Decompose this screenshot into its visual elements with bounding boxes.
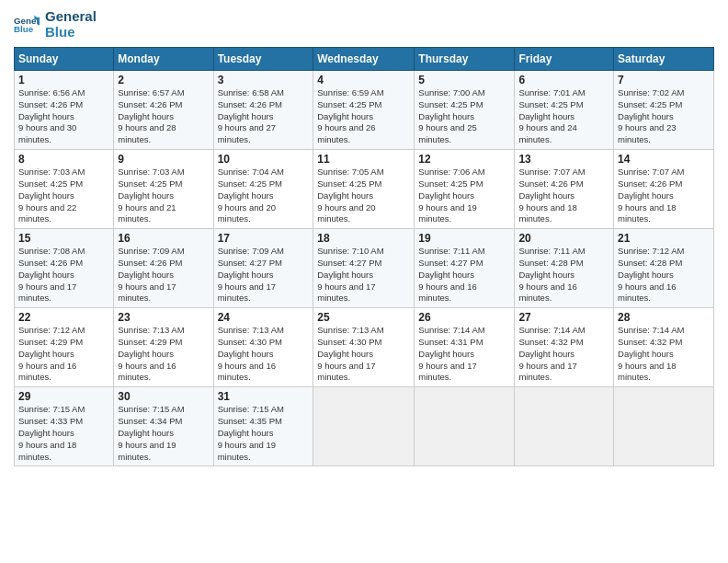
day-info: Sunrise: 7:08 AM Sunset: 4:26 PM Dayligh… <box>18 246 109 304</box>
calendar-cell: 15 Sunrise: 7:08 AM Sunset: 4:26 PM Dayl… <box>15 229 114 308</box>
calendar-cell: 3 Sunrise: 6:58 AM Sunset: 4:26 PM Dayli… <box>213 71 313 150</box>
page-container: General Blue General Blue SundayMondayTu… <box>0 0 728 563</box>
day-number: 23 <box>118 311 209 324</box>
day-number: 22 <box>18 311 109 324</box>
day-number: 17 <box>218 232 310 245</box>
day-number: 18 <box>317 232 410 245</box>
day-number: 31 <box>218 390 310 403</box>
calendar-cell: 8 Sunrise: 7:03 AM Sunset: 4:25 PM Dayli… <box>15 150 114 229</box>
col-header-thursday: Thursday <box>415 48 515 71</box>
calendar-cell: 16 Sunrise: 7:09 AM Sunset: 4:26 PM Dayl… <box>114 229 213 308</box>
day-number: 25 <box>317 311 410 324</box>
day-number: 30 <box>118 390 209 403</box>
day-info: Sunrise: 7:12 AM Sunset: 4:29 PM Dayligh… <box>18 325 109 384</box>
logo: General Blue General Blue <box>14 9 97 40</box>
col-header-saturday: Saturday <box>614 48 714 71</box>
calendar-cell: 19 Sunrise: 7:11 AM Sunset: 4:27 PM Dayl… <box>415 229 515 308</box>
day-info: Sunrise: 7:06 AM Sunset: 4:25 PM Dayligh… <box>418 167 510 225</box>
week-row-2: 8 Sunrise: 7:03 AM Sunset: 4:25 PM Dayli… <box>15 150 714 229</box>
day-number: 2 <box>118 74 209 86</box>
day-info: Sunrise: 7:01 AM Sunset: 4:25 PM Dayligh… <box>518 87 609 146</box>
day-info: Sunrise: 7:12 AM Sunset: 4:28 PM Dayligh… <box>618 246 710 304</box>
day-number: 27 <box>518 311 609 324</box>
calendar-cell: 14 Sunrise: 7:07 AM Sunset: 4:26 PM Dayl… <box>614 150 714 229</box>
day-info: Sunrise: 6:57 AM Sunset: 4:26 PM Dayligh… <box>118 87 209 146</box>
calendar-cell: 20 Sunrise: 7:11 AM Sunset: 4:28 PM Dayl… <box>515 229 614 308</box>
day-info: Sunrise: 7:10 AM Sunset: 4:27 PM Dayligh… <box>317 246 410 304</box>
day-info: Sunrise: 7:14 AM Sunset: 4:32 PM Dayligh… <box>518 325 609 384</box>
day-number: 12 <box>418 153 510 166</box>
day-info: Sunrise: 7:14 AM Sunset: 4:32 PM Dayligh… <box>618 325 710 384</box>
day-number: 5 <box>418 74 510 86</box>
day-number: 15 <box>18 232 109 245</box>
day-number: 9 <box>118 153 209 166</box>
day-info: Sunrise: 7:14 AM Sunset: 4:31 PM Dayligh… <box>418 325 510 384</box>
calendar-cell: 7 Sunrise: 7:02 AM Sunset: 4:25 PM Dayli… <box>614 71 714 150</box>
day-number: 11 <box>317 153 410 166</box>
calendar-cell <box>313 387 415 466</box>
day-number: 1 <box>18 74 109 86</box>
calendar-cell: 26 Sunrise: 7:14 AM Sunset: 4:31 PM Dayl… <box>415 308 515 387</box>
calendar-cell: 18 Sunrise: 7:10 AM Sunset: 4:27 PM Dayl… <box>313 229 415 308</box>
day-info: Sunrise: 6:59 AM Sunset: 4:25 PM Dayligh… <box>317 87 410 146</box>
day-info: Sunrise: 7:04 AM Sunset: 4:25 PM Dayligh… <box>218 167 310 225</box>
col-header-tuesday: Tuesday <box>213 48 313 71</box>
calendar-cell: 24 Sunrise: 7:13 AM Sunset: 4:30 PM Dayl… <box>213 308 313 387</box>
day-info: Sunrise: 7:02 AM Sunset: 4:25 PM Dayligh… <box>618 87 710 146</box>
day-number: 8 <box>18 153 109 166</box>
day-info: Sunrise: 7:13 AM Sunset: 4:30 PM Dayligh… <box>317 325 410 384</box>
calendar-cell: 13 Sunrise: 7:07 AM Sunset: 4:26 PM Dayl… <box>515 150 614 229</box>
calendar-cell: 2 Sunrise: 6:57 AM Sunset: 4:26 PM Dayli… <box>114 71 213 150</box>
week-row-1: 1 Sunrise: 6:56 AM Sunset: 4:26 PM Dayli… <box>15 71 714 150</box>
col-header-friday: Friday <box>515 48 614 71</box>
calendar-cell <box>614 387 714 466</box>
day-info: Sunrise: 7:07 AM Sunset: 4:26 PM Dayligh… <box>518 167 609 225</box>
day-info: Sunrise: 7:15 AM Sunset: 4:34 PM Dayligh… <box>118 404 209 463</box>
day-info: Sunrise: 7:11 AM Sunset: 4:28 PM Dayligh… <box>518 246 609 304</box>
calendar-cell: 12 Sunrise: 7:06 AM Sunset: 4:25 PM Dayl… <box>415 150 515 229</box>
day-number: 6 <box>518 74 609 86</box>
day-info: Sunrise: 7:13 AM Sunset: 4:29 PM Dayligh… <box>118 325 209 384</box>
day-info: Sunrise: 6:56 AM Sunset: 4:26 PM Dayligh… <box>18 87 109 146</box>
day-number: 14 <box>618 153 710 166</box>
logo-text: General Blue <box>45 9 97 40</box>
col-header-sunday: Sunday <box>15 48 114 71</box>
day-number: 10 <box>218 153 310 166</box>
day-info: Sunrise: 7:03 AM Sunset: 4:25 PM Dayligh… <box>118 167 209 225</box>
week-row-5: 29 Sunrise: 7:15 AM Sunset: 4:33 PM Dayl… <box>15 387 714 466</box>
day-number: 4 <box>317 74 410 86</box>
day-info: Sunrise: 7:15 AM Sunset: 4:33 PM Dayligh… <box>18 404 109 463</box>
calendar-cell: 11 Sunrise: 7:05 AM Sunset: 4:25 PM Dayl… <box>313 150 415 229</box>
day-number: 28 <box>618 311 710 324</box>
calendar-cell: 6 Sunrise: 7:01 AM Sunset: 4:25 PM Dayli… <box>515 71 614 150</box>
calendar-cell: 28 Sunrise: 7:14 AM Sunset: 4:32 PM Dayl… <box>614 308 714 387</box>
day-info: Sunrise: 7:00 AM Sunset: 4:25 PM Dayligh… <box>418 87 510 146</box>
calendar-cell: 27 Sunrise: 7:14 AM Sunset: 4:32 PM Dayl… <box>515 308 614 387</box>
calendar-cell: 25 Sunrise: 7:13 AM Sunset: 4:30 PM Dayl… <box>313 308 415 387</box>
day-number: 26 <box>418 311 510 324</box>
day-number: 3 <box>218 74 310 86</box>
day-number: 21 <box>618 232 710 245</box>
calendar-cell: 1 Sunrise: 6:56 AM Sunset: 4:26 PM Dayli… <box>15 71 114 150</box>
logo-icon: General Blue <box>14 12 40 38</box>
day-number: 16 <box>118 232 209 245</box>
day-info: Sunrise: 7:15 AM Sunset: 4:35 PM Dayligh… <box>218 404 310 463</box>
week-row-3: 15 Sunrise: 7:08 AM Sunset: 4:26 PM Dayl… <box>15 229 714 308</box>
day-info: Sunrise: 6:58 AM Sunset: 4:26 PM Dayligh… <box>218 87 310 146</box>
calendar-cell: 17 Sunrise: 7:09 AM Sunset: 4:27 PM Dayl… <box>213 229 313 308</box>
calendar-table: SundayMondayTuesdayWednesdayThursdayFrid… <box>14 47 714 466</box>
calendar-cell: 9 Sunrise: 7:03 AM Sunset: 4:25 PM Dayli… <box>114 150 213 229</box>
day-info: Sunrise: 7:05 AM Sunset: 4:25 PM Dayligh… <box>317 167 410 225</box>
calendar-cell: 23 Sunrise: 7:13 AM Sunset: 4:29 PM Dayl… <box>114 308 213 387</box>
calendar-cell <box>515 387 614 466</box>
day-number: 29 <box>18 390 109 403</box>
day-number: 7 <box>618 74 710 86</box>
day-number: 24 <box>218 311 310 324</box>
day-number: 19 <box>418 232 510 245</box>
calendar-cell: 22 Sunrise: 7:12 AM Sunset: 4:29 PM Dayl… <box>15 308 114 387</box>
day-info: Sunrise: 7:07 AM Sunset: 4:26 PM Dayligh… <box>618 167 710 225</box>
col-header-monday: Monday <box>114 48 213 71</box>
calendar-cell: 4 Sunrise: 6:59 AM Sunset: 4:25 PM Dayli… <box>313 71 415 150</box>
col-header-wednesday: Wednesday <box>313 48 415 71</box>
day-number: 13 <box>518 153 609 166</box>
